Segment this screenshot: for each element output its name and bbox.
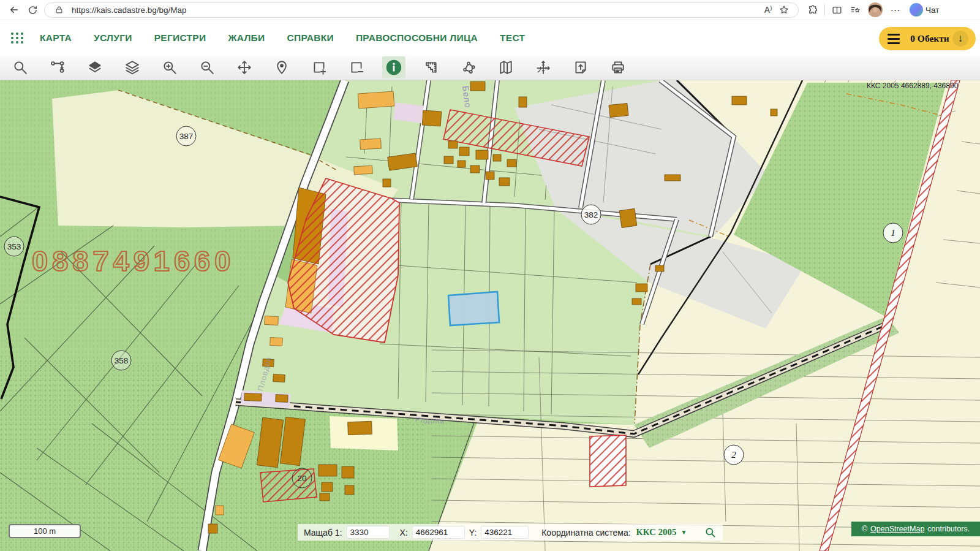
base-layers-icon[interactable] [83, 56, 107, 78]
attribution-suffix: contributors. [927, 525, 970, 533]
parcel-number-353: 353 [4, 237, 24, 257]
map-canvas[interactable] [0, 80, 980, 551]
refresh-icon[interactable] [23, 2, 42, 18]
map-corner-coordinates: ККС 2005 4662889, 436890 [867, 82, 958, 90]
apps-grid-icon[interactable] [11, 32, 24, 44]
cadastre-map[interactable]: 387 353 358 382 20 1 2 Бело Родопи Пловд… [0, 80, 980, 551]
scale-bar: 100 m [9, 524, 81, 538]
settings-more-icon[interactable]: ⋯ [886, 2, 905, 18]
read-aloud-icon[interactable]: A) [760, 5, 776, 15]
zoom-rect-in-icon[interactable] [307, 56, 331, 78]
collections-icon[interactable] [846, 2, 864, 18]
snap-route-icon[interactable] [46, 56, 69, 78]
y-label: Y: [469, 528, 477, 538]
location-pin-icon[interactable] [270, 56, 293, 78]
extensions-icon[interactable] [804, 2, 822, 18]
parcel-number-382: 382 [581, 205, 601, 225]
map-attribution: © OpenStreetMap contributors. [851, 522, 980, 536]
pan-icon[interactable] [233, 56, 256, 78]
phone-watermark: 0887491660 [32, 244, 235, 278]
browser-actions: ⋯ Чат [804, 2, 940, 18]
copilot-icon[interactable] [910, 3, 923, 17]
parcel-number-20: 20 [292, 468, 312, 488]
nav-spravki[interactable]: СПРАВКИ [287, 32, 334, 44]
parcel-number-358: 358 [111, 351, 132, 371]
crs-label: Координатна система: [541, 528, 630, 538]
scale-input[interactable] [347, 526, 390, 539]
split-screen-icon[interactable] [827, 2, 846, 18]
graticule-icon[interactable] [532, 56, 555, 78]
x-label: X: [400, 528, 408, 538]
scale-label: Мащаб 1: [304, 528, 342, 538]
copyright-symbol: © [862, 525, 867, 533]
zoom-in-icon[interactable] [158, 56, 181, 78]
crs-caret-icon[interactable]: ▼ [681, 529, 687, 536]
measure-length-icon[interactable] [420, 56, 443, 78]
print-icon[interactable] [606, 56, 630, 78]
overview-map-icon[interactable] [494, 56, 518, 78]
back-icon[interactable] [5, 2, 23, 18]
browser-chrome: https://kais.cadastre.bg/bg/Map A) ⋯ Чат [0, 0, 980, 20]
url-text[interactable]: https://kais.cadastre.bg/bg/Map [72, 6, 760, 15]
download-arrow-icon[interactable]: ↓ [952, 31, 968, 47]
nav-zhalbi[interactable]: ЖАЛБИ [228, 32, 265, 44]
objects-button[interactable]: 0 Обекти ↓ [879, 27, 976, 50]
osm-link[interactable]: OpenStreetMap [870, 525, 924, 533]
url-bar[interactable]: https://kais.cadastre.bg/bg/Map A) [44, 2, 799, 18]
measure-area-icon[interactable] [457, 56, 480, 78]
app-header: КАРТА УСЛУГИ РЕГИСТРИ ЖАЛБИ СПРАВКИ ПРАВ… [0, 20, 980, 55]
menu-icon [888, 34, 900, 44]
profile-avatar[interactable] [868, 2, 883, 17]
nav-pravosposobni-litsa[interactable]: ПРАВОСПОСОБНИ ЛИЦА [356, 32, 478, 44]
layers-icon[interactable] [121, 56, 144, 78]
crs-dropdown[interactable]: ККС 2005 [636, 527, 677, 538]
lock-icon [51, 6, 67, 14]
search-tool-icon[interactable] [9, 56, 32, 78]
nav-registri[interactable]: РЕГИСТРИ [154, 32, 206, 44]
divider [824, 4, 825, 15]
parcel-number-387: 387 [176, 126, 197, 146]
y-input[interactable] [481, 526, 529, 539]
nav-karta[interactable]: КАРТА [40, 32, 72, 44]
copilot-label[interactable]: Чат [925, 6, 939, 15]
objects-button-label: 0 Обекти [907, 33, 952, 44]
status-search-icon[interactable] [704, 526, 717, 539]
parcel-number-1: 1 [883, 223, 903, 243]
zoom-rect-out-icon[interactable] [345, 56, 368, 78]
map-toolbar [0, 55, 980, 80]
parcel-number-2: 2 [724, 445, 744, 465]
x-input[interactable] [412, 526, 465, 539]
nav-test[interactable]: ТЕСТ [500, 32, 525, 44]
status-bar: Мащаб 1: X: Y: Координатна система: ККС … [298, 524, 723, 541]
favorite-star-icon[interactable] [776, 5, 792, 15]
export-icon[interactable] [569, 56, 592, 78]
zoom-out-icon[interactable] [195, 56, 219, 78]
info-tool-icon[interactable] [382, 56, 405, 78]
nav-uslugi[interactable]: УСЛУГИ [94, 32, 132, 44]
